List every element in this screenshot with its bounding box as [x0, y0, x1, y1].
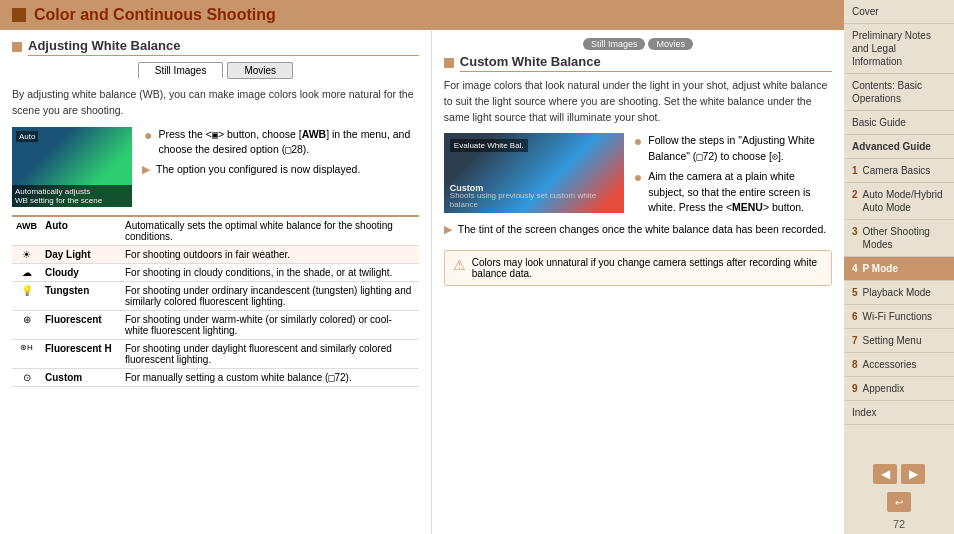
right-column: Still Images Movies Custom White Balance… [432, 30, 844, 534]
table-cell-desc: For shooting under ordinary incandescent… [121, 281, 419, 310]
sidebar-item-auto-mode[interactable]: 2 Auto Mode/Hybrid Auto Mode [844, 183, 954, 220]
sidebar-num: 1 [852, 164, 858, 177]
sidebar-item-label: Setting Menu [863, 334, 922, 347]
table-row: ⊛H Fluorescent H For shooting under dayl… [12, 339, 419, 368]
sidebar-item-camera-basics[interactable]: 1 Camera Basics [844, 159, 954, 183]
sidebar-item-wifi[interactable]: 6 Wi-Fi Functions [844, 305, 954, 329]
left-column: Adjusting White Balance Still Images Mov… [0, 30, 432, 534]
sidebar-item-setting-menu[interactable]: 7 Setting Menu [844, 329, 954, 353]
sidebar-item-label: Auto Mode/Hybrid Auto Mode [863, 188, 946, 214]
table-cell-icon: ⊙ [12, 368, 41, 386]
left-tab-bar: Still Images Movies [12, 62, 419, 79]
wb-bullet-1: ● Press the <▣> button, choose [AWB] in … [144, 127, 419, 159]
sidebar-item-label: Other Shooting Modes [863, 225, 946, 251]
sidebar-item-appendix[interactable]: 9 Appendix [844, 377, 954, 401]
wb-section-title: Adjusting White Balance [28, 38, 419, 56]
table-cell-desc: For shooting under warm-white (or simila… [121, 310, 419, 339]
sidebar-item-basic-guide[interactable]: Basic Guide [844, 111, 954, 135]
sidebar-item-accessories[interactable]: 8 Accessories [844, 353, 954, 377]
table-cell-desc: Automatically sets the optimal white bal… [121, 216, 419, 246]
wb-demo-image: Auto Automatically adjustsWB setting for… [12, 127, 132, 207]
wb-bullet-text-1: Press the <▣> button, choose [AWB] in th… [158, 127, 418, 159]
custom-wb-image: Evaluate White Bal. Custom Shoots using … [444, 133, 624, 213]
cwb-bullet-text-1: Follow the steps in "Adjusting White Bal… [648, 133, 832, 165]
custom-wb-body: For image colors that look natural under… [444, 78, 832, 125]
cwb-bullet-1: ● Follow the steps in "Adjusting White B… [634, 133, 832, 165]
header-icon [12, 8, 26, 22]
sidebar-item-label: Playback Mode [863, 286, 931, 299]
sidebar-item-label: Wi-Fi Functions [863, 310, 932, 323]
sidebar-item-label: Accessories [863, 358, 917, 371]
sidebar-item-p-mode[interactable]: 4 P Mode [844, 257, 954, 281]
table-cell-desc: For shooting in cloudy conditions, in th… [121, 263, 419, 281]
table-row: 💡 Tungsten For shooting under ordinary i… [12, 281, 419, 310]
page-header: Color and Continuous Shooting [0, 0, 844, 30]
table-cell-icon: ⊛ [12, 310, 41, 339]
sidebar-item-contents[interactable]: Contents: Basic Operations [844, 74, 954, 111]
table-cell-icon: 💡 [12, 281, 41, 310]
custom-wb-header: Custom White Balance [444, 54, 832, 72]
sidebar-item-advanced-guide[interactable]: Advanced Guide [844, 135, 954, 159]
sidebar-item-label: Basic Guide [852, 117, 906, 128]
table-cell-icon: ☁ [12, 263, 41, 281]
sidebar-item-label: P Mode [863, 262, 898, 275]
wb-image-label: Auto [16, 131, 38, 142]
left-tab-still-images[interactable]: Still Images [138, 62, 224, 79]
sidebar-item-cover[interactable]: Cover [844, 0, 954, 24]
table-cell-name: Cloudy [41, 263, 121, 281]
sidebar-item-preliminary[interactable]: Preliminary Notes and Legal Information [844, 24, 954, 74]
wb-body-text: By adjusting white balance (WB), you can… [12, 87, 419, 119]
wb-section-header: Adjusting White Balance [12, 38, 419, 56]
table-cell-name: Tungsten [41, 281, 121, 310]
wb-table: AWB Auto Automatically sets the optimal … [12, 215, 419, 387]
cwb-arrow-1: ▶ The tint of the screen changes once th… [444, 222, 832, 238]
wb-arrow-text-1: The option you configured is now display… [156, 162, 360, 178]
sidebar-num: 2 [852, 188, 858, 201]
wb-bullets: ● Press the <▣> button, choose [AWB] in … [142, 127, 419, 207]
wb-arrow-1: ▶ The option you configured is now displ… [142, 162, 419, 178]
table-cell-name: Auto [41, 216, 121, 246]
sidebar-item-label: Index [852, 407, 876, 418]
note-text: Colors may look unnatural if you change … [472, 257, 823, 279]
main-content: Color and Continuous Shooting Adjusting … [0, 0, 844, 534]
custom-wb-overlay: Evaluate White Bal. [450, 139, 528, 152]
sidebar-num: 9 [852, 382, 858, 395]
cwb-bullet-2: ● Aim the camera at a plain white subjec… [634, 169, 832, 216]
sidebar-item-label: Camera Basics [863, 164, 931, 177]
sidebar-item-other-shooting[interactable]: 3 Other Shooting Modes [844, 220, 954, 257]
sidebar-num: 6 [852, 310, 858, 323]
still-images-badge: Still Images [583, 38, 646, 50]
sidebar-item-index[interactable]: Index [844, 401, 954, 425]
table-row: ☀ Day Light For shooting outdoors in fai… [12, 245, 419, 263]
left-tab-movies[interactable]: Movies [227, 62, 293, 79]
nav-return-button[interactable]: ↩ [887, 492, 911, 512]
table-cell-icon: ⊛H [12, 339, 41, 368]
media-badges: Still Images Movies [444, 38, 832, 50]
page-title: Color and Continuous Shooting [34, 6, 276, 24]
nav-next-button[interactable]: ▶ [901, 464, 925, 484]
sidebar-item-playback[interactable]: 5 Playback Mode [844, 281, 954, 305]
table-cell-name: Fluorescent [41, 310, 121, 339]
custom-wb-content: Evaluate White Bal. Custom Shoots using … [444, 133, 832, 242]
custom-section-icon [444, 58, 454, 68]
page-number: 72 [844, 518, 954, 534]
sidebar-num: 4 [852, 262, 858, 275]
cwb-arrow-icon: ▶ [444, 222, 452, 238]
sidebar-num: 3 [852, 225, 858, 238]
movies-badge: Movies [648, 38, 693, 50]
bullet-dot-1: ● [144, 127, 152, 159]
sidebar-item-label: Contents: Basic Operations [852, 80, 922, 104]
table-cell-desc: For manually setting a custom white bala… [121, 368, 419, 386]
nav-prev-button[interactable]: ◀ [873, 464, 897, 484]
table-cell-icon: ☀ [12, 245, 41, 263]
table-cell-name: Day Light [41, 245, 121, 263]
sidebar-item-label: Cover [852, 6, 879, 17]
cwb-bullet-text-2: Aim the camera at a plain white subject,… [648, 169, 832, 216]
wb-image-overlay: Automatically adjustsWB setting for the … [12, 185, 132, 207]
sidebar: Cover Preliminary Notes and Legal Inform… [844, 0, 954, 534]
table-row: AWB Auto Automatically sets the optimal … [12, 216, 419, 246]
arrow-icon-1: ▶ [142, 162, 150, 178]
table-cell-desc: For shooting under daylight fluorescent … [121, 339, 419, 368]
sidebar-item-label: Appendix [863, 382, 905, 395]
sidebar-num: 8 [852, 358, 858, 371]
